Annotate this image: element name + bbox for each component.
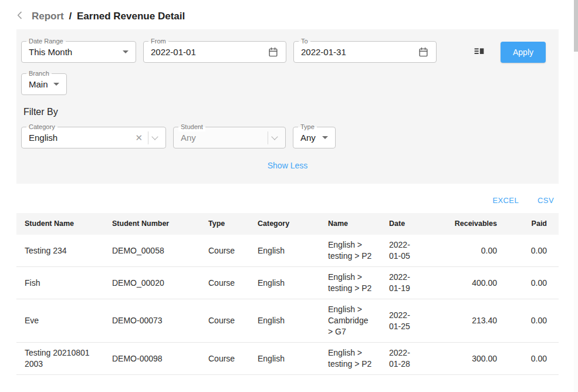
filter-by-heading: Filter By xyxy=(23,107,554,117)
from-date-label: From xyxy=(148,37,168,46)
cell-type: Course xyxy=(200,235,249,267)
cell-paid: 0.00 xyxy=(505,267,559,299)
breadcrumb-parent[interactable]: Report xyxy=(32,11,64,22)
breadcrumb: Report / Earned Revenue Detail xyxy=(32,11,185,22)
cell-name: English > testing > P2 xyxy=(320,343,381,375)
cell-receivables: 400.00 xyxy=(428,267,505,299)
date-range-value: This Month xyxy=(29,47,118,57)
table-row: Testing 234 DEMO_00058 Course English En… xyxy=(16,235,559,267)
student-select[interactable]: Student Any xyxy=(173,127,286,148)
table-header-row: Student Name Student Number Type Categor… xyxy=(16,213,559,235)
col-header-category: Category xyxy=(249,213,320,235)
cell-category: English xyxy=(249,235,320,267)
cell-type: Course xyxy=(200,299,249,343)
cell-name: English > Cambridge > G7 xyxy=(320,299,381,343)
cell-receivables: 0.00 xyxy=(428,235,505,267)
cell-student-name: Testing 234 xyxy=(16,235,104,267)
filter-panel: Date Range This Month From 2022-01-01 To… xyxy=(16,29,559,184)
col-header-paid: Paid xyxy=(505,213,559,235)
chevron-down-icon xyxy=(322,136,328,139)
from-date-value: 2022-01-01 xyxy=(151,47,263,57)
chevron-down-icon xyxy=(123,50,129,53)
revenue-table: Student Name Student Number Type Categor… xyxy=(16,213,559,375)
filter-row-branch: Branch Main xyxy=(21,63,554,95)
page-title: Earned Revenue Detail xyxy=(77,11,185,22)
branch-value: Main xyxy=(29,79,49,89)
category-value: English xyxy=(29,133,134,143)
table-row: Testing 20210801 2003 DEMO-00098 Course … xyxy=(16,343,559,375)
chevron-down-icon xyxy=(271,133,278,140)
show-less-container: Show Less xyxy=(21,160,554,171)
apply-button[interactable]: Apply xyxy=(501,42,546,63)
col-header-type: Type xyxy=(200,213,249,235)
student-label: Student xyxy=(178,123,205,131)
col-header-receivables: Receivables xyxy=(428,213,505,235)
cell-student-name: Eve xyxy=(16,299,104,343)
col-header-name: Name xyxy=(320,213,381,235)
cell-student-name: Fish xyxy=(16,267,104,299)
cell-date: 2022-01-19 xyxy=(381,267,428,299)
student-value: Any xyxy=(181,133,263,143)
to-date-field[interactable]: To 2022-01-31 xyxy=(293,41,437,63)
cell-receivables: 300.00 xyxy=(428,343,505,375)
category-label: Category xyxy=(26,123,58,131)
cell-paid: 0.00 xyxy=(505,299,559,343)
chevron-down-icon xyxy=(151,133,158,140)
table-row: Eve DEMO-00073 Course English English > … xyxy=(16,299,559,343)
date-range-select[interactable]: Date Range This Month xyxy=(21,41,136,63)
clear-x-icon[interactable]: ✕ xyxy=(134,132,144,143)
category-select[interactable]: Category English ✕ xyxy=(21,127,166,148)
cell-date: 2022-01-05 xyxy=(381,235,428,267)
cell-student-number: DEMO_00058 xyxy=(104,235,200,267)
export-excel-link[interactable]: EXCEL xyxy=(492,196,519,205)
scrollbar-thumb[interactable] xyxy=(574,0,578,52)
cell-category: English xyxy=(249,267,320,299)
table-row: Fish DEMO_00020 Course English English >… xyxy=(16,267,559,299)
branch-label: Branch xyxy=(26,69,52,78)
page-header: Report / Earned Revenue Detail xyxy=(0,0,578,29)
col-header-date: Date xyxy=(381,213,428,235)
cell-type: Course xyxy=(200,343,249,375)
breadcrumb-separator: / xyxy=(69,11,72,22)
type-label: Type xyxy=(298,123,317,131)
filter-row-criteria: Category English ✕ Student Any Type Any xyxy=(21,127,554,148)
show-less-link[interactable]: Show Less xyxy=(268,161,307,170)
export-links: EXCEL CSV xyxy=(16,196,559,205)
type-value: Any xyxy=(300,133,317,143)
cell-type: Course xyxy=(200,267,249,299)
col-header-student-name: Student Name xyxy=(16,213,104,235)
cell-student-number: DEMO_00020 xyxy=(104,267,200,299)
col-header-student-number: Student Number xyxy=(104,213,200,235)
cell-date: 2022-01-25 xyxy=(381,299,428,343)
scrollbar-track[interactable] xyxy=(574,0,578,392)
cell-student-number: DEMO-00073 xyxy=(104,299,200,343)
cell-student-number: DEMO-00098 xyxy=(104,343,200,375)
cell-category: English xyxy=(249,299,320,343)
from-date-field[interactable]: From 2022-01-01 xyxy=(143,41,286,63)
calendar-icon[interactable] xyxy=(418,46,429,58)
cell-student-name: Testing 20210801 2003 xyxy=(16,343,104,375)
chevron-down-icon xyxy=(53,83,59,86)
cell-date: 2022-01-28 xyxy=(381,343,428,375)
branch-select[interactable]: Branch Main xyxy=(21,73,67,95)
cell-paid: 0.00 xyxy=(505,343,559,375)
calendar-icon[interactable] xyxy=(268,46,279,58)
type-select[interactable]: Type Any xyxy=(293,127,336,148)
field-divider xyxy=(148,131,148,144)
cell-name: English > testing > P2 xyxy=(320,235,381,267)
vertical-split-icon[interactable] xyxy=(473,46,485,58)
field-divider xyxy=(268,131,268,144)
main-content: Date Range This Month From 2022-01-01 To… xyxy=(0,29,578,375)
cell-paid: 0.00 xyxy=(505,235,559,267)
chevron-left-icon xyxy=(15,11,25,22)
to-date-label: To xyxy=(299,37,310,46)
filter-row-dates: Date Range This Month From 2022-01-01 To… xyxy=(21,41,554,63)
date-range-label: Date Range xyxy=(26,37,66,46)
back-button[interactable] xyxy=(15,11,25,22)
to-date-value: 2022-01-31 xyxy=(301,47,413,57)
cell-receivables: 213.40 xyxy=(428,299,505,343)
export-csv-link[interactable]: CSV xyxy=(538,196,554,205)
cell-category: English xyxy=(249,343,320,375)
cell-name: English > testing > P2 xyxy=(320,267,381,299)
